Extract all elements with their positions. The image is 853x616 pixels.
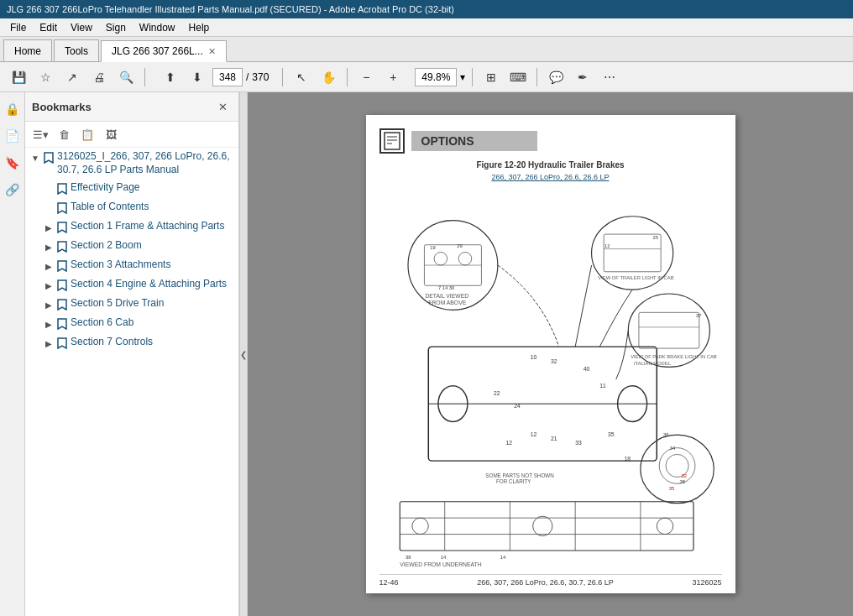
menu-bar: File Edit View Sign Window Help: [0, 18, 853, 37]
pdf-viewer: OPTIONS Figure 12-20 Hydraulic Trailer B…: [248, 92, 853, 616]
svg-text:VIEW OF TRAILER LIGHT IN CAB: VIEW OF TRAILER LIGHT IN CAB: [598, 275, 673, 280]
expand-s1-icon[interactable]: ▶: [42, 221, 55, 234]
menu-view[interactable]: View: [64, 20, 99, 35]
bookmark-s6[interactable]: ▶ Section 6 Cab: [25, 314, 238, 333]
hand-tool[interactable]: ✋: [317, 65, 340, 89]
keyboard-button[interactable]: ⌨: [506, 65, 530, 89]
sidebar-toolbar: ☰▾ 🗑 📋 🖼: [25, 122, 238, 148]
svg-text:DETAIL VIEWED: DETAIL VIEWED: [425, 293, 468, 299]
print-button[interactable]: 🖨: [87, 65, 111, 89]
view-options-button[interactable]: ⊞: [479, 65, 503, 89]
svg-text:FROM ABOVE: FROM ABOVE: [428, 300, 466, 305]
search-button[interactable]: 🔍: [114, 65, 138, 89]
pdf-footer-right: 3126025: [692, 578, 721, 587]
comment-button[interactable]: 💬: [544, 65, 568, 89]
bookmark-root[interactable]: ▼ 3126025_I_266, 307, 266 LoPro, 26.6, 3…: [25, 148, 238, 179]
menu-sign[interactable]: Sign: [99, 20, 133, 35]
more-tools-button[interactable]: ⋯: [598, 65, 621, 89]
nav-down-button[interactable]: ⬇: [186, 65, 209, 89]
svg-marker-8: [58, 319, 66, 329]
expand-s3-icon[interactable]: ▶: [42, 259, 55, 273]
svg-text:29: 29: [457, 243, 462, 248]
left-icon-lock[interactable]: 🔒: [3, 99, 23, 119]
tab-close-icon[interactable]: ✕: [208, 46, 216, 57]
left-icon-link[interactable]: 🔗: [3, 180, 23, 200]
svg-text:14: 14: [500, 555, 505, 560]
pdf-model-line: 266, 307, 266 LoPro, 26.6, 26.6 LP: [379, 173, 722, 181]
svg-text:32: 32: [681, 473, 686, 478]
expand-s5-icon[interactable]: ▶: [42, 298, 55, 311]
menu-edit[interactable]: Edit: [33, 20, 64, 35]
bookmark-button[interactable]: ☆: [34, 65, 57, 89]
bookmark-toc[interactable]: ▶ Table of Contents: [25, 198, 238, 217]
bookmark-effectivity-label: Effectivity Page: [71, 181, 235, 195]
svg-rect-62: [400, 502, 693, 551]
sidebar-image-button[interactable]: 🖼: [101, 125, 121, 144]
zoom-out-button[interactable]: −: [354, 65, 378, 89]
sidebar-new-button[interactable]: 📋: [77, 125, 97, 144]
bookmark-s5[interactable]: ▶ Section 5 Drive Train: [25, 295, 238, 314]
sidebar-scroll-area: ▼ 3126025_I_266, 307, 266 LoPro, 26.6, 3…: [25, 148, 238, 616]
svg-text:ITALIAN MODEL: ITALIAN MODEL: [634, 361, 672, 366]
share-button[interactable]: ↗: [60, 65, 84, 89]
svg-text:VIEWED FROM UNDERNEATH: VIEWED FROM UNDERNEATH: [400, 561, 481, 567]
bookmark-s5-label: Section 5 Drive Train: [71, 297, 235, 311]
nav-up-button[interactable]: ⬆: [159, 65, 182, 89]
page-number-input[interactable]: [212, 68, 243, 86]
sidebar-collapse-handle[interactable]: ❮: [239, 92, 248, 616]
menu-help[interactable]: Help: [182, 20, 217, 35]
svg-text:34: 34: [669, 446, 675, 451]
bookmark-s2[interactable]: ▶ Section 2 Boom: [25, 237, 238, 256]
total-pages: 370: [252, 71, 269, 83]
pdf-page: OPTIONS Figure 12-20 Hydraulic Trailer B…: [366, 115, 735, 593]
svg-text:18: 18: [624, 456, 631, 462]
tab-tools[interactable]: Tools: [54, 39, 99, 61]
expand-s6-icon[interactable]: ▶: [42, 317, 55, 331]
svg-marker-1: [58, 184, 66, 194]
save-button[interactable]: 💾: [7, 65, 30, 89]
bookmark-s5-icon: [55, 298, 69, 311]
pdf-page-header: OPTIONS: [379, 128, 722, 154]
pdf-footer-center: 266, 307, 266 LoPro, 26.6, 30.7, 26.6 LP: [477, 578, 614, 587]
svg-text:36: 36: [663, 432, 668, 437]
svg-marker-9: [58, 338, 66, 348]
sidebar-menu-button[interactable]: ☰▾: [30, 125, 50, 144]
bookmark-s3[interactable]: ▶ Section 3 Attachments: [25, 256, 238, 275]
svg-marker-7: [58, 300, 66, 310]
bookmark-s3-label: Section 3 Attachments: [71, 258, 235, 272]
bookmark-s1[interactable]: ▶ Section 1 Frame & Attaching Parts: [25, 217, 238, 237]
zoom-dropdown-icon[interactable]: ▾: [460, 71, 465, 83]
svg-marker-4: [58, 242, 66, 252]
left-icon-bookmarks[interactable]: 🔖: [3, 153, 23, 173]
bookmark-s4[interactable]: ▶ Section 4 Engine & Attaching Parts: [25, 275, 238, 295]
expand-s2-icon[interactable]: ▶: [42, 240, 55, 253]
expand-root-icon[interactable]: ▼: [29, 151, 42, 164]
sidebar-close-button[interactable]: ✕: [213, 97, 232, 116]
bookmark-s4-label: Section 4 Engine & Attaching Parts: [71, 278, 235, 291]
svg-marker-6: [58, 280, 66, 290]
bookmark-list: ▼ 3126025_I_266, 307, 266 LoPro, 26.6, 3…: [25, 148, 238, 352]
sidebar-delete-button[interactable]: 🗑: [54, 125, 74, 144]
bookmark-root-icon: [42, 151, 55, 164]
cursor-tool[interactable]: ↖: [290, 65, 313, 89]
menu-file[interactable]: File: [3, 20, 33, 35]
svg-point-21: [458, 252, 472, 265]
menu-window[interactable]: Window: [133, 20, 182, 35]
left-icon-pages[interactable]: 📄: [3, 126, 23, 146]
bookmark-s1-icon: [55, 221, 69, 234]
svg-marker-3: [58, 222, 66, 232]
tab-document[interactable]: JLG 266 307 266L... ✕: [101, 40, 227, 62]
bookmark-s7[interactable]: ▶ Section 7 Controls: [25, 333, 238, 352]
expand-s7-icon[interactable]: ▶: [42, 337, 55, 350]
zoom-in-button[interactable]: +: [381, 65, 405, 89]
pen-button[interactable]: ✒: [571, 65, 594, 89]
expand-s4-icon[interactable]: ▶: [42, 279, 55, 292]
pdf-diagram-area: 19 29 7 14 30 DETAIL VIEWED FROM ABOVE 1…: [379, 186, 722, 572]
zoom-input[interactable]: [415, 68, 457, 86]
pdf-page-footer: 12-46 266, 307, 266 LoPro, 26.6, 30.7, 2…: [379, 574, 722, 587]
bookmark-effectivity[interactable]: ▶ Effectivity Page: [25, 179, 238, 198]
bookmark-s2-label: Section 2 Boom: [71, 239, 235, 253]
svg-text:FOR CLARITY: FOR CLARITY: [495, 478, 531, 484]
tab-home[interactable]: Home: [3, 39, 52, 61]
svg-rect-10: [385, 133, 400, 149]
